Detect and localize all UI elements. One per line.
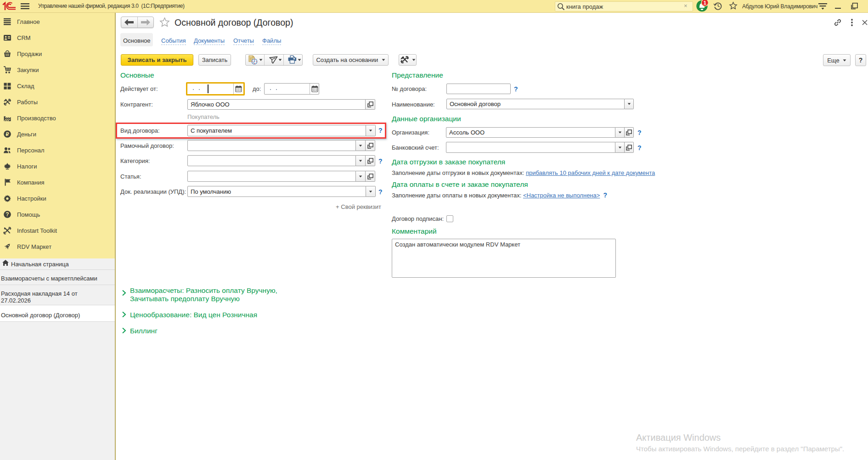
- svg-text:1: 1: [704, 0, 706, 6]
- svg-text:₽: ₽: [6, 131, 9, 137]
- svg-text:?: ?: [6, 211, 9, 218]
